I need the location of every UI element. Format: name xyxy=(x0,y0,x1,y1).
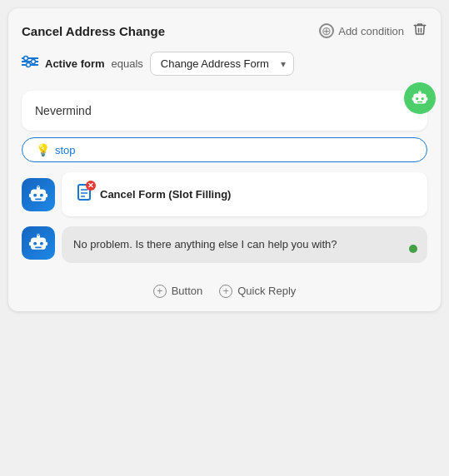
svg-point-15 xyxy=(33,193,37,196)
badge-x-icon: ✕ xyxy=(86,181,96,191)
cancel-form-action[interactable]: ✕ Cancel Form (Slot Filling) xyxy=(62,172,427,216)
stop-suggestion[interactable]: 💡 stop xyxy=(22,137,427,162)
svg-rect-21 xyxy=(45,193,47,197)
suggestion-area: 💡 stop xyxy=(22,137,427,162)
plus-icon-quick-reply: + xyxy=(219,285,232,298)
header-actions: ⊕ Add condition xyxy=(319,22,427,40)
svg-point-28 xyxy=(40,242,43,245)
message2-text: No problem. Is there anything else I can… xyxy=(73,236,416,253)
message1-row: Nevermind xyxy=(22,91,427,162)
button-label: Button xyxy=(172,285,203,297)
svg-rect-13 xyxy=(426,97,427,101)
filter-icon xyxy=(22,55,38,72)
svg-rect-32 xyxy=(29,242,32,246)
plus-circle-icon: ⊕ xyxy=(319,23,334,38)
svg-point-19 xyxy=(37,185,40,187)
message2-bubble: No problem. Is there anything else I can… xyxy=(62,226,427,263)
header: Cancel Address Change ⊕ Add condition xyxy=(22,22,427,40)
svg-point-27 xyxy=(33,242,37,245)
svg-rect-20 xyxy=(29,193,32,197)
chat-area: Nevermind xyxy=(22,91,427,298)
bot-icon-blue xyxy=(27,184,49,206)
action-icon-wrap: ✕ xyxy=(77,184,92,205)
svg-point-11 xyxy=(419,90,421,92)
bot-icon-blue2 xyxy=(27,232,49,254)
quick-reply-label: Quick Reply xyxy=(237,285,296,297)
svg-rect-33 xyxy=(45,242,47,246)
trash-button[interactable] xyxy=(412,22,427,40)
message2-row: No problem. Is there anything else I can… xyxy=(22,226,427,263)
main-card: Cancel Address Change ⊕ Add condition xyxy=(8,8,441,311)
bottom-buttons: + Button + Quick Reply xyxy=(22,285,427,298)
bot-avatar-blue2 xyxy=(22,226,55,260)
svg-point-3 xyxy=(24,57,28,61)
bot-avatar-blue xyxy=(22,178,55,211)
add-quick-reply-button[interactable]: + Quick Reply xyxy=(219,285,296,298)
svg-point-16 xyxy=(40,193,43,196)
trash-icon xyxy=(412,22,427,37)
svg-rect-9 xyxy=(417,102,423,102)
svg-point-8 xyxy=(422,97,424,100)
equals-label: equals xyxy=(112,57,143,70)
online-dot xyxy=(409,245,417,253)
add-button-button[interactable]: + Button xyxy=(153,285,203,298)
active-form-select[interactable]: Change Address Form xyxy=(150,52,294,76)
svg-point-31 xyxy=(37,233,40,236)
cancel-form-label: Cancel Form (Slot Filling) xyxy=(100,188,231,201)
svg-rect-17 xyxy=(35,198,42,200)
suggestion-text: stop xyxy=(55,144,76,156)
active-form-label: Active form xyxy=(45,57,105,70)
svg-point-4 xyxy=(32,60,36,64)
message1-text: Nevermind xyxy=(35,104,414,117)
green-bot-avatar xyxy=(404,82,436,114)
action-row: ✕ Cancel Form (Slot Filling) xyxy=(22,172,427,216)
bulb-icon: 💡 xyxy=(36,143,50,156)
form-select-wrapper[interactable]: Change Address Form xyxy=(150,52,294,76)
message1-box: Nevermind xyxy=(22,91,427,131)
condition-row: Active form equals Change Address Form xyxy=(22,52,427,76)
add-condition-button[interactable]: ⊕ Add condition xyxy=(319,23,404,38)
plus-icon-button: + xyxy=(153,285,167,298)
svg-point-7 xyxy=(416,97,418,100)
svg-rect-29 xyxy=(35,247,42,249)
add-condition-label: Add condition xyxy=(338,25,404,37)
svg-rect-12 xyxy=(412,97,414,101)
bot-face-icon xyxy=(411,89,429,107)
svg-point-5 xyxy=(27,63,31,67)
card-title: Cancel Address Change xyxy=(22,24,165,38)
